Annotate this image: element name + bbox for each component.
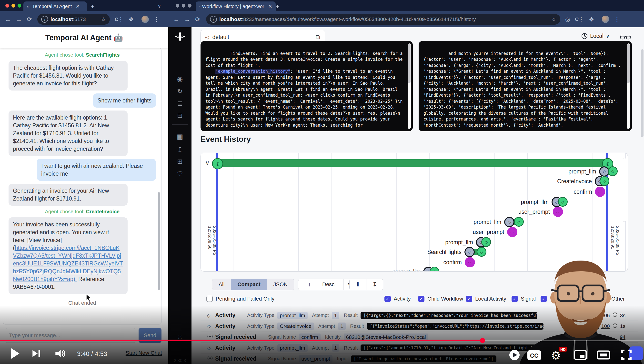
signal-marker-icon[interactable]: ·· bbox=[507, 227, 518, 237]
extensions-icon[interactable]: ❖ bbox=[589, 16, 594, 23]
filter-checkbox-local-activity[interactable]: ✓Local Activity bbox=[466, 296, 506, 302]
timezone-select[interactable]: Local ∨ bbox=[581, 33, 610, 39]
captions-button[interactable]: CC bbox=[527, 350, 542, 362]
workflows-icon[interactable]: ◉ bbox=[168, 75, 192, 83]
labs-glasses-icon[interactable] bbox=[620, 34, 631, 41]
page-scrollbar[interactable] bbox=[641, 49, 644, 137]
pending-failed-checkbox[interactable]: Pending and Failed Only bbox=[206, 296, 274, 302]
menu-kebab-icon[interactable]: ⋮ bbox=[614, 16, 620, 23]
view-tab-compact[interactable]: Compact bbox=[231, 279, 267, 290]
bookmark-star-icon[interactable]: ☆ bbox=[551, 16, 556, 23]
password-manager-icon[interactable]: C⋮ bbox=[115, 16, 124, 22]
tab-list-chevron-icon[interactable]: ∨ bbox=[158, 3, 161, 9]
completed-marker-icon[interactable]: ◇ bbox=[514, 217, 524, 227]
back-icon[interactable]: ← bbox=[173, 16, 179, 23]
task-queues-icon[interactable]: ≣ bbox=[168, 100, 192, 107]
extensions-icon[interactable]: ❖ bbox=[128, 16, 134, 23]
timeline-event-label: prompt_llm bbox=[474, 219, 504, 226]
temporal-logo-icon[interactable] bbox=[168, 31, 192, 42]
minimize-window-icon[interactable] bbox=[12, 4, 15, 8]
progress-scrubber[interactable] bbox=[480, 338, 485, 343]
completed-marker-icon[interactable]: ◇ bbox=[481, 237, 491, 247]
close-tab-icon[interactable]: ✕ bbox=[268, 4, 272, 9]
download-history-button[interactable]: ↧ bbox=[366, 279, 383, 290]
profile-avatar[interactable] bbox=[602, 16, 609, 23]
volume-icon[interactable] bbox=[55, 348, 66, 360]
event-history-title: Event History bbox=[200, 135, 251, 144]
window-controls[interactable] bbox=[176, 4, 192, 8]
archive-icon[interactable]: ⊟ bbox=[168, 112, 192, 120]
panel-scrollbar[interactable] bbox=[627, 44, 630, 129]
feedback-heart-icon[interactable]: ♡ bbox=[168, 170, 192, 178]
window-controls[interactable] bbox=[5, 4, 21, 8]
close-tab-icon[interactable]: ✕ bbox=[76, 4, 80, 9]
schedules-icon[interactable]: ↻ bbox=[168, 87, 192, 95]
namespace-value: default bbox=[212, 34, 229, 40]
tab-temporal-ai-agent[interactable]: ◐ Temporal AI Agent ✕ bbox=[24, 2, 87, 11]
site-info-icon[interactable]: i bbox=[41, 16, 48, 23]
filter-checkbox-activity[interactable]: ✓Activity bbox=[384, 296, 411, 302]
completed-marker-icon[interactable]: ◇ bbox=[558, 197, 568, 207]
signal-marker-icon[interactable]: ·· bbox=[595, 187, 605, 197]
autoplay-toggle[interactable] bbox=[509, 349, 520, 362]
chat-scrollbar[interactable] bbox=[158, 192, 160, 290]
scheduled-marker-icon[interactable]: ◇ bbox=[504, 217, 514, 227]
menu-kebab-icon[interactable]: ⋮ bbox=[154, 16, 160, 23]
address-bar[interactable]: i localhost:5173 ☆ bbox=[37, 14, 110, 25]
address-bar[interactable]: i localhost:8233/namespaces/default/work… bbox=[206, 14, 560, 25]
close-window-icon[interactable] bbox=[176, 4, 179, 8]
privacy-badger-icon[interactable]: ◎ bbox=[565, 16, 570, 23]
completed-marker-icon[interactable]: ◇ bbox=[608, 166, 618, 176]
signal-marker-icon[interactable]: ·· bbox=[553, 207, 563, 217]
workflow-result-json[interactable]: and month you're interested in for the e… bbox=[418, 41, 632, 131]
back-icon[interactable]: ← bbox=[5, 16, 11, 23]
sort-button[interactable]: ↓Desc ∨ bbox=[298, 278, 356, 290]
user-message: I want to go with air new zealand. Pleas… bbox=[37, 159, 156, 181]
settings-gear-icon[interactable]: ⚙ HD bbox=[551, 349, 561, 362]
minimize-window-icon[interactable] bbox=[182, 4, 186, 8]
panel-scrollbar[interactable] bbox=[408, 44, 411, 129]
labs-icon[interactable]: ⊞ bbox=[168, 158, 192, 166]
zoom-window-icon[interactable] bbox=[18, 4, 21, 8]
new-tab-button[interactable]: + bbox=[91, 2, 94, 10]
reload-icon[interactable]: ⟳ bbox=[195, 16, 200, 23]
next-button[interactable] bbox=[31, 348, 42, 360]
import-icon[interactable]: ↥ bbox=[168, 146, 192, 153]
fullscreen-button[interactable] bbox=[620, 349, 632, 362]
new-tab-button[interactable]: + bbox=[276, 2, 279, 10]
profile-avatar[interactable] bbox=[142, 16, 149, 23]
forward-icon[interactable]: → bbox=[16, 16, 22, 23]
miniplayer-button[interactable] bbox=[574, 350, 587, 361]
collapse-chevron-icon[interactable]: ∨ bbox=[205, 159, 210, 166]
filter-checkbox-child-workflow[interactable]: ✓Child Workflow bbox=[418, 296, 463, 302]
view-tab-all[interactable]: All bbox=[212, 279, 231, 290]
workflow-input-json[interactable]: FindEvents: Find an event to travel to 2… bbox=[200, 41, 413, 131]
scheduled-marker-icon[interactable]: ◇ bbox=[464, 247, 475, 257]
invoice-link[interactable]: https://invoice.stripe.com/i/acct_1NBOLu… bbox=[13, 245, 123, 282]
namespaces-icon[interactable]: ▣ bbox=[168, 133, 192, 140]
bookmark-star-icon[interactable]: ☆ bbox=[101, 16, 106, 23]
workflow-span-bar[interactable] bbox=[217, 159, 607, 167]
zoom-window-icon[interactable] bbox=[188, 4, 192, 8]
signal-marker-icon[interactable]: ·· bbox=[465, 257, 475, 268]
tab-workflow-history[interactable]: Workflow History | agent-wor ✕ bbox=[196, 2, 276, 11]
play-button[interactable] bbox=[10, 348, 20, 360]
svg-text:CC: CC bbox=[530, 352, 538, 359]
timeline-card[interactable]: ∨ ◎ ◎ 2025-01-08 PST 12:35:38.56 2025-01… bbox=[200, 153, 628, 272]
pause-feed-button[interactable]: ‖ bbox=[350, 279, 366, 290]
close-window-icon[interactable] bbox=[5, 4, 9, 8]
player-progress-bar[interactable] bbox=[0, 340, 644, 341]
completed-marker-icon[interactable]: ◇ bbox=[600, 176, 609, 186]
timeline-scrollbar[interactable] bbox=[623, 158, 626, 222]
reload-icon[interactable]: ⟳ bbox=[27, 16, 32, 23]
site-info-icon[interactable]: i bbox=[210, 16, 217, 23]
view-tab-json[interactable]: JSON bbox=[267, 279, 294, 290]
theater-mode-button[interactable] bbox=[597, 350, 610, 360]
chat-message-list[interactable]: Agent chose tool: SearchFlightsThe cheap… bbox=[3, 48, 162, 324]
forward-icon[interactable]: → bbox=[184, 16, 190, 23]
completed-marker-icon[interactable]: ◇ bbox=[477, 247, 486, 257]
workflow-start-marker[interactable]: ◎ bbox=[212, 158, 223, 169]
password-manager-icon[interactable]: C⋮ bbox=[575, 16, 584, 22]
right-toolbar: ← → ⟳ i localhost:8233/namespaces/defaul… bbox=[168, 11, 644, 27]
arrow-down-icon: ↓ bbox=[303, 281, 316, 288]
